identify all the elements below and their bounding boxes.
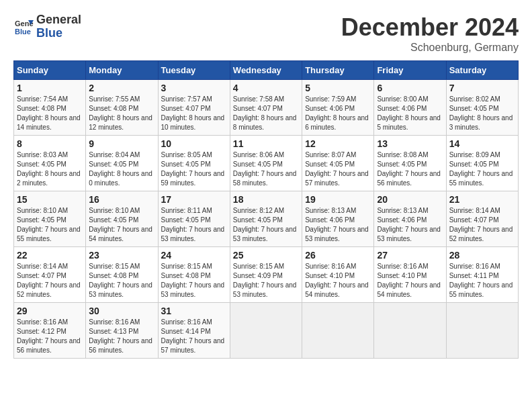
day-info: Sunrise: 8:09 AMSunset: 4:05 PMDaylight:… xyxy=(449,150,515,188)
day-number: 1 xyxy=(17,83,83,93)
weekday-header-tuesday: Tuesday xyxy=(158,61,230,80)
calendar-week-3: 15Sunrise: 8:10 AMSunset: 4:05 PMDayligh… xyxy=(14,191,519,247)
day-number: 30 xyxy=(89,306,154,316)
day-number: 13 xyxy=(377,138,443,149)
logo-icon: General Blue xyxy=(13,17,34,37)
day-cell-22: 22Sunrise: 8:14 AMSunset: 4:07 PMDayligh… xyxy=(14,247,86,303)
day-info: Sunrise: 8:11 AMSunset: 4:05 PMDaylight:… xyxy=(161,206,227,244)
weekday-header-friday: Friday xyxy=(374,61,446,80)
day-info: Sunrise: 8:00 AMSunset: 4:06 PMDaylight:… xyxy=(377,95,443,132)
day-number: 2 xyxy=(89,83,154,93)
day-info: Sunrise: 8:05 AMSunset: 4:05 PMDaylight:… xyxy=(161,150,227,188)
day-number: 26 xyxy=(305,250,371,261)
day-cell-13: 13Sunrise: 8:08 AMSunset: 4:05 PMDayligh… xyxy=(374,136,446,191)
empty-cell xyxy=(374,303,446,359)
day-number: 10 xyxy=(161,138,227,149)
day-number: 4 xyxy=(233,83,299,93)
title-area: December 2024 Schoenburg, Germany xyxy=(341,13,519,54)
day-info: Sunrise: 8:08 AMSunset: 4:05 PMDaylight:… xyxy=(377,150,443,188)
day-number: 27 xyxy=(377,250,443,261)
day-info: Sunrise: 8:13 AMSunset: 4:06 PMDaylight:… xyxy=(305,206,371,244)
day-number: 23 xyxy=(89,250,154,261)
day-cell-7: 7Sunrise: 8:02 AMSunset: 4:05 PMDaylight… xyxy=(446,80,518,136)
empty-cell xyxy=(446,303,518,359)
day-cell-29: 29Sunrise: 8:16 AMSunset: 4:12 PMDayligh… xyxy=(14,303,86,359)
logo: General Blue General Blue xyxy=(13,13,81,40)
day-info: Sunrise: 8:16 AMSunset: 4:10 PMDaylight:… xyxy=(377,262,443,300)
day-cell-2: 2Sunrise: 7:55 AMSunset: 4:08 PMDaylight… xyxy=(86,80,158,136)
day-cell-1: 1Sunrise: 7:54 AMSunset: 4:08 PMDaylight… xyxy=(14,80,86,136)
day-number: 15 xyxy=(17,194,83,205)
day-cell-26: 26Sunrise: 8:16 AMSunset: 4:10 PMDayligh… xyxy=(302,247,374,303)
day-info: Sunrise: 8:15 AMSunset: 4:09 PMDaylight:… xyxy=(233,262,299,300)
day-number: 11 xyxy=(233,138,299,149)
calendar-week-2: 8Sunrise: 8:03 AMSunset: 4:05 PMDaylight… xyxy=(14,136,519,191)
day-number: 24 xyxy=(161,250,227,261)
day-info: Sunrise: 8:14 AMSunset: 4:07 PMDaylight:… xyxy=(449,206,515,244)
day-cell-31: 31Sunrise: 8:16 AMSunset: 4:14 PMDayligh… xyxy=(158,303,230,359)
day-number: 22 xyxy=(17,250,83,261)
day-cell-10: 10Sunrise: 8:05 AMSunset: 4:05 PMDayligh… xyxy=(158,136,230,191)
weekday-header-saturday: Saturday xyxy=(446,61,518,80)
day-cell-28: 28Sunrise: 8:16 AMSunset: 4:11 PMDayligh… xyxy=(446,247,518,303)
weekday-header-thursday: Thursday xyxy=(302,61,374,80)
day-number: 18 xyxy=(233,194,299,205)
day-info: Sunrise: 7:57 AMSunset: 4:07 PMDaylight:… xyxy=(161,95,227,132)
day-number: 29 xyxy=(17,306,83,316)
day-cell-27: 27Sunrise: 8:16 AMSunset: 4:10 PMDayligh… xyxy=(374,247,446,303)
day-number: 28 xyxy=(449,250,515,261)
day-cell-18: 18Sunrise: 8:12 AMSunset: 4:05 PMDayligh… xyxy=(230,191,302,247)
day-cell-21: 21Sunrise: 8:14 AMSunset: 4:07 PMDayligh… xyxy=(446,191,518,247)
day-info: Sunrise: 8:04 AMSunset: 4:05 PMDaylight:… xyxy=(89,150,154,188)
day-cell-5: 5Sunrise: 7:59 AMSunset: 4:06 PMDaylight… xyxy=(302,80,374,136)
day-number: 5 xyxy=(305,83,371,93)
day-cell-3: 3Sunrise: 7:57 AMSunset: 4:07 PMDaylight… xyxy=(158,80,230,136)
day-cell-19: 19Sunrise: 8:13 AMSunset: 4:06 PMDayligh… xyxy=(302,191,374,247)
day-cell-11: 11Sunrise: 8:06 AMSunset: 4:05 PMDayligh… xyxy=(230,136,302,191)
day-number: 6 xyxy=(377,83,443,93)
day-number: 31 xyxy=(161,306,227,316)
day-number: 20 xyxy=(377,194,443,205)
weekday-header-sunday: Sunday xyxy=(14,61,86,80)
day-info: Sunrise: 8:16 AMSunset: 4:10 PMDaylight:… xyxy=(305,262,371,300)
day-info: Sunrise: 8:02 AMSunset: 4:05 PMDaylight:… xyxy=(449,95,515,132)
day-info: Sunrise: 8:16 AMSunset: 4:11 PMDaylight:… xyxy=(449,262,515,300)
day-info: Sunrise: 8:15 AMSunset: 4:08 PMDaylight:… xyxy=(89,262,154,300)
day-number: 9 xyxy=(89,138,154,149)
day-number: 19 xyxy=(305,194,371,205)
header: General Blue General Blue December 2024 … xyxy=(13,13,519,54)
day-cell-16: 16Sunrise: 8:10 AMSunset: 4:05 PMDayligh… xyxy=(86,191,158,247)
day-cell-4: 4Sunrise: 7:58 AMSunset: 4:07 PMDaylight… xyxy=(230,80,302,136)
calendar: SundayMondayTuesdayWednesdayThursdayFrid… xyxy=(13,60,519,359)
day-info: Sunrise: 8:13 AMSunset: 4:06 PMDaylight:… xyxy=(377,206,443,244)
day-number: 16 xyxy=(89,194,154,205)
calendar-week-1: 1Sunrise: 7:54 AMSunset: 4:08 PMDaylight… xyxy=(14,80,519,136)
day-cell-20: 20Sunrise: 8:13 AMSunset: 4:06 PMDayligh… xyxy=(374,191,446,247)
day-info: Sunrise: 7:58 AMSunset: 4:07 PMDaylight:… xyxy=(233,95,299,132)
day-info: Sunrise: 7:54 AMSunset: 4:08 PMDaylight:… xyxy=(17,95,83,132)
day-cell-12: 12Sunrise: 8:07 AMSunset: 4:05 PMDayligh… xyxy=(302,136,374,191)
day-info: Sunrise: 8:16 AMSunset: 4:13 PMDaylight:… xyxy=(89,318,154,355)
calendar-header: SundayMondayTuesdayWednesdayThursdayFrid… xyxy=(14,61,519,80)
day-info: Sunrise: 8:10 AMSunset: 4:05 PMDaylight:… xyxy=(17,206,83,244)
day-info: Sunrise: 8:03 AMSunset: 4:05 PMDaylight:… xyxy=(17,150,83,188)
day-info: Sunrise: 8:16 AMSunset: 4:14 PMDaylight:… xyxy=(161,318,227,355)
day-info: Sunrise: 8:07 AMSunset: 4:05 PMDaylight:… xyxy=(305,150,371,188)
day-cell-14: 14Sunrise: 8:09 AMSunset: 4:05 PMDayligh… xyxy=(446,136,518,191)
day-cell-30: 30Sunrise: 8:16 AMSunset: 4:13 PMDayligh… xyxy=(86,303,158,359)
day-cell-15: 15Sunrise: 8:10 AMSunset: 4:05 PMDayligh… xyxy=(14,191,86,247)
day-info: Sunrise: 8:14 AMSunset: 4:07 PMDaylight:… xyxy=(17,262,83,300)
day-info: Sunrise: 7:55 AMSunset: 4:08 PMDaylight:… xyxy=(89,95,154,132)
day-number: 7 xyxy=(449,83,515,93)
day-info: Sunrise: 8:12 AMSunset: 4:05 PMDaylight:… xyxy=(233,206,299,244)
day-number: 17 xyxy=(161,194,227,205)
month-title: December 2024 xyxy=(341,13,519,42)
day-cell-8: 8Sunrise: 8:03 AMSunset: 4:05 PMDaylight… xyxy=(14,136,86,191)
day-number: 8 xyxy=(17,138,83,149)
location: Schoenburg, Germany xyxy=(341,42,519,54)
day-number: 25 xyxy=(233,250,299,261)
day-cell-24: 24Sunrise: 8:15 AMSunset: 4:08 PMDayligh… xyxy=(158,247,230,303)
day-cell-23: 23Sunrise: 8:15 AMSunset: 4:08 PMDayligh… xyxy=(86,247,158,303)
day-number: 14 xyxy=(449,138,515,149)
empty-cell xyxy=(230,303,302,359)
